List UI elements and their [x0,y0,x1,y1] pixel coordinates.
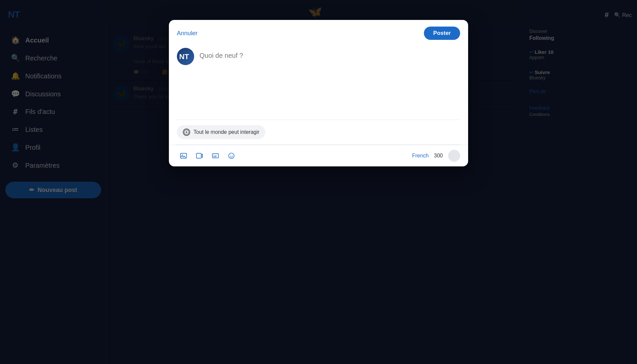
emoji-icon-button[interactable] [225,149,238,162]
svg-point-9 [232,155,233,155]
video-icon-button[interactable] [193,149,206,162]
svg-point-8 [230,155,231,155]
svg-point-3 [182,154,183,155]
post-button[interactable]: Poster [424,27,460,40]
modal-footer: GIF French 300 [169,145,468,166]
modal-header: Annuler Poster [169,20,468,45]
interaction-button[interactable]: Tout le monde peut interagir [177,125,265,139]
modal-body: NT [169,45,468,120]
char-count: 300 [434,153,443,159]
gif-icon-button[interactable]: GIF [209,149,222,162]
modal-interaction: Tout le monde peut interagir [169,120,468,144]
interaction-icon [183,129,190,136]
compose-modal: Annuler Poster NT [169,20,468,166]
modal-overlay[interactable]: Annuler Poster NT [0,0,637,364]
svg-text:NT: NT [179,52,189,61]
cancel-button[interactable]: Annuler [177,30,197,37]
image-icon-button[interactable] [177,149,190,162]
svg-text:GIF: GIF [213,155,217,157]
avatar-inner: NT [177,48,194,65]
submit-circle-button[interactable] [448,150,460,162]
avatar: NT [177,48,194,65]
svg-point-7 [229,153,234,159]
compose-input[interactable] [199,48,460,114]
footer-right: French 300 [412,150,460,162]
svg-rect-4 [196,153,201,158]
language-button[interactable]: French [412,153,429,159]
